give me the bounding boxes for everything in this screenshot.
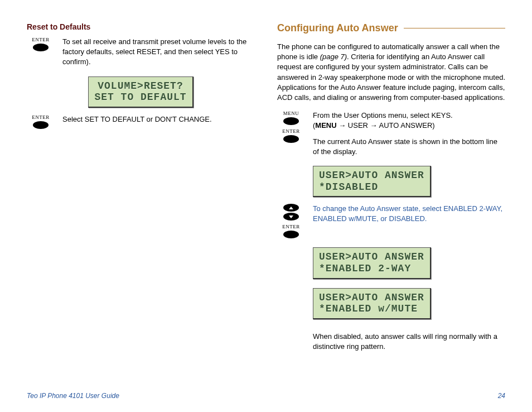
enter-label: ENTER (32, 37, 50, 42)
menu-button-icon (283, 117, 299, 125)
enter-label: ENTER (282, 128, 300, 134)
arrows-enter-group: ENTER (277, 204, 305, 238)
lcd-line: USER>AUTO ANSWER (319, 251, 424, 263)
auto-answer-intro: The phone can be configured to automatic… (277, 42, 505, 103)
right-column: Configuring Auto Answer The phone can be… (277, 22, 505, 373)
enter-button-group: ENTER (27, 37, 55, 68)
auto-step1-line2: (MENU → USER → AUTO ANSWER) (313, 121, 505, 131)
page: Reset to Defaults ENTER To set all recei… (0, 0, 532, 390)
auto-step-2: ENTER To change the Auto Answer state, s… (277, 204, 505, 238)
footer-page-number: 24 (498, 392, 505, 400)
lcd-line: USER>AUTO ANSWER (319, 292, 424, 304)
lcd-line: VOLUME>RESET? (94, 80, 186, 92)
auto-step1-body: From the User Options menu, select KEYS.… (313, 111, 505, 157)
reset-step-2: ENTER Select SET TO DEFAULT or DON'T CHA… (27, 114, 255, 129)
enter-button-icon (33, 44, 49, 51)
enter-label: ENTER (282, 224, 300, 229)
menu-label: MENU (283, 111, 299, 116)
enter-button-icon (283, 135, 299, 143)
spacer (277, 332, 305, 352)
reset-heading: Reset to Defaults (27, 22, 255, 31)
reset-step1-text: To set all receive and transmit preset v… (62, 37, 255, 68)
footer-title: Teo IP Phone 4101 User Guide (27, 392, 119, 400)
auto-closing: When disabled, auto answer calls will ri… (277, 332, 505, 352)
lcd-line: *ENABLED 2-WAY (319, 263, 424, 275)
enter-button-group: ENTER (27, 114, 55, 129)
lcd-line: *ENABLED w/MUTE (319, 303, 424, 315)
enter-button-icon (283, 231, 299, 238)
left-column: Reset to Defaults ENTER To set all recei… (27, 22, 255, 373)
arrow-up-icon (283, 204, 299, 212)
auto-answer-heading-text: Configuring Auto Answer (277, 22, 398, 34)
arrow-buttons (283, 204, 299, 221)
heading-rule (404, 28, 505, 28)
page-footer: Teo IP Phone 4101 User Guide 24 (27, 392, 505, 400)
enter-label: ENTER (32, 114, 50, 120)
enter-button-icon (33, 121, 49, 129)
menu-path: → USER → AUTO ANSWER) (337, 121, 435, 130)
page-reference: (page 7) (320, 52, 347, 61)
lcd-wrapper: VOLUME>RESET? SET TO DEFAULT (27, 72, 255, 114)
auto-step1-line1: From the User Options menu, select KEYS. (313, 111, 505, 121)
lcd-line: SET TO DEFAULT (94, 92, 186, 103)
lcd-line: USER>AUTO ANSWER (319, 170, 424, 181)
reset-step-1: ENTER To set all receive and transmit pr… (27, 37, 255, 68)
menu-bold: MENU (315, 121, 336, 130)
arrow-down-icon (283, 213, 299, 221)
lcd-auto-enabled-mute: USER>AUTO ANSWER *ENABLED w/MUTE (313, 288, 431, 319)
auto-answer-heading: Configuring Auto Answer (277, 22, 505, 34)
lcd-auto-enabled-2way: USER>AUTO ANSWER *ENABLED 2-WAY (313, 247, 431, 279)
lcd-auto-disabled: USER>AUTO ANSWER *DISABLED (313, 166, 431, 197)
auto-step-1: MENU ENTER From the User Options menu, s… (277, 111, 505, 157)
auto-step2-text: To change the Auto Answer state, select … (313, 204, 505, 238)
reset-step2-text: Select SET TO DEFAULT or DON'T CHANGE. (62, 114, 255, 129)
auto-step1-line3: The current Auto Answer state is shown i… (313, 137, 505, 157)
lcd-volume-reset: VOLUME>RESET? SET TO DEFAULT (88, 76, 193, 108)
lcd-line: *DISABLED (319, 181, 424, 193)
auto-closing-text: When disabled, auto answer calls will ri… (313, 332, 505, 352)
menu-enter-group: MENU ENTER (277, 111, 305, 157)
